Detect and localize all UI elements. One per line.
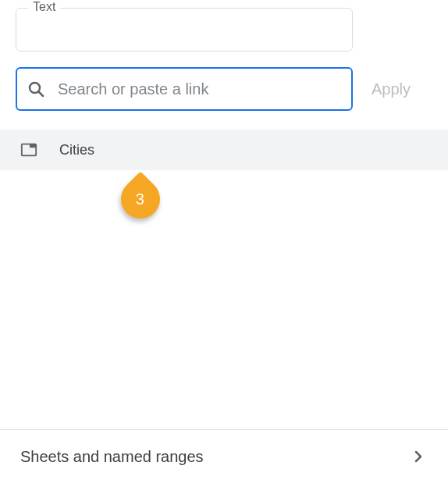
suggestions-list: Cities (0, 130, 448, 170)
bottom-row-label: Sheets and named ranges (20, 448, 204, 466)
apply-button[interactable]: Apply (372, 76, 411, 103)
search-row: Apply (16, 67, 432, 111)
search-icon (27, 80, 45, 98)
step-annotation: 3 (113, 172, 169, 227)
search-input[interactable] (16, 67, 353, 111)
text-field-container: Text (16, 8, 353, 52)
search-field-container (16, 67, 353, 111)
suggestion-label: Cities (59, 142, 94, 158)
suggestion-item-cities[interactable]: Cities (0, 130, 448, 170)
chevron-right-icon (409, 447, 428, 466)
sheets-and-named-ranges-button[interactable]: Sheets and named ranges (0, 430, 448, 483)
tab-icon (20, 141, 37, 158)
step-number: 3 (136, 190, 144, 208)
bottom-section: Sheets and named ranges (0, 429, 448, 483)
svg-line-1 (39, 92, 44, 97)
text-input[interactable] (16, 8, 353, 52)
text-field-label: Text (28, 0, 60, 14)
